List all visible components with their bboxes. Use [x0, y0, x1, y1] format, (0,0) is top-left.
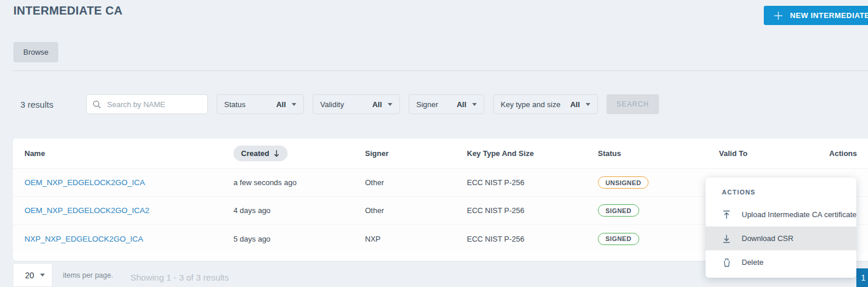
actions-menu: ACTIONS Upload Intermediate CA certifica…: [706, 178, 856, 278]
ca-name-link[interactable]: OEM_NXP_EDGELOCK2GO_ICA2: [24, 206, 150, 215]
key-type-cell: ECC NIST P-256: [467, 225, 525, 253]
column-header-signer: Signer: [365, 139, 388, 168]
filter-key-type-label: Key type and size: [501, 100, 561, 109]
ca-name-link[interactable]: NXP_NXP_EDGELOCK2GO_ICA: [24, 235, 143, 243]
search-box[interactable]: [86, 94, 208, 114]
menu-item-delete[interactable]: Delete: [706, 250, 856, 274]
created-cell: 4 days ago: [233, 197, 271, 224]
chevron-down-icon: [472, 103, 477, 106]
status-badge: SIGNED: [598, 233, 639, 245]
filter-signer[interactable]: Signer All: [409, 94, 484, 114]
showing-results-text: Showing 1 - 3 of 3 results: [130, 272, 229, 282]
upload-icon: [722, 210, 731, 219]
items-per-page-value: 20: [25, 271, 34, 280]
chevron-down-icon: [388, 103, 392, 106]
page-title: INTERMEDIATE CA: [13, 4, 122, 17]
download-icon: [722, 234, 731, 243]
key-type-cell: ECC NIST P-256: [467, 169, 525, 196]
filter-key-type-and-size[interactable]: Key type and size All: [493, 94, 598, 114]
actions-menu-title: ACTIONS: [706, 178, 856, 203]
column-header-name: Name: [24, 139, 45, 168]
column-header-valid-to: Valid To: [719, 139, 747, 168]
plus-icon: [773, 10, 784, 21]
chevron-down-icon: [586, 103, 590, 106]
results-count: 3 results: [20, 100, 54, 109]
signer-cell: Other: [365, 169, 384, 196]
chevron-down-icon: [292, 103, 296, 106]
search-icon: [93, 100, 101, 109]
status-badge: SIGNED: [598, 204, 639, 217]
items-per-page-select[interactable]: 20: [13, 263, 52, 287]
sort-created-button[interactable]: Created: [233, 146, 288, 161]
tab-browse[interactable]: Browse: [13, 42, 58, 62]
column-header-created: Created: [233, 139, 288, 168]
key-type-cell: ECC NIST P-256: [467, 197, 525, 224]
filter-validity-value: All: [372, 100, 382, 109]
filter-signer-label: Signer: [416, 100, 438, 109]
filter-validity[interactable]: Validity All: [313, 94, 400, 114]
page-1-button[interactable]: 1: [856, 268, 868, 287]
new-intermediate-ca-button[interactable]: NEW INTERMEDIATE CA: [764, 6, 868, 25]
filter-key-type-value: All: [570, 100, 580, 109]
created-cell: a few seconds ago: [233, 169, 296, 196]
menu-item-download-csr[interactable]: Download CSR: [706, 226, 856, 250]
signer-cell: Other: [365, 197, 384, 224]
created-cell: 5 days ago: [233, 225, 271, 253]
menu-item-upload-certificate[interactable]: Upload Intermediate CA certificate: [706, 203, 856, 226]
chevron-down-icon: [40, 274, 45, 277]
new-intermediate-ca-label: NEW INTERMEDIATE CA: [790, 11, 868, 20]
search-input[interactable]: [106, 100, 207, 109]
menu-item-label: Download CSR: [742, 234, 793, 243]
column-header-actions: Actions: [829, 139, 857, 168]
filter-validity-label: Validity: [320, 100, 344, 109]
items-per-page-label: items per page.: [63, 271, 113, 279]
column-header-key-type: Key Type And Size: [467, 139, 534, 168]
ca-name-link[interactable]: OEM_NXP_EDGELOCK2GO_ICA: [24, 178, 145, 187]
search-button[interactable]: SEARCH: [607, 94, 659, 114]
sort-created-label: Created: [241, 149, 269, 158]
header-divider: [13, 70, 868, 71]
filter-signer-value: All: [456, 100, 466, 109]
signer-cell: NXP: [365, 225, 381, 253]
sort-desc-icon: [273, 150, 280, 157]
browse-label: Browse: [23, 48, 48, 56]
column-header-status: Status: [598, 139, 621, 168]
filter-status-value: All: [276, 100, 286, 109]
table-header-row: Name Created Signer Key Type And Size St…: [13, 139, 868, 169]
filter-status-label: Status: [224, 100, 246, 109]
filter-status[interactable]: Status All: [217, 94, 304, 114]
trash-icon: [722, 258, 731, 267]
menu-item-label: Upload Intermediate CA certificate: [742, 210, 856, 219]
status-badge: UNSIGNED: [598, 176, 649, 189]
menu-item-label: Delete: [742, 258, 764, 267]
